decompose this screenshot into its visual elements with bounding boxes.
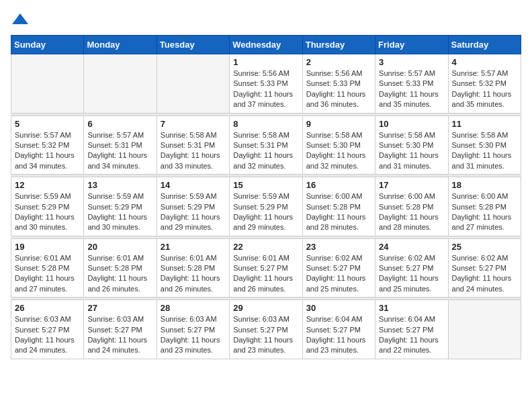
day-number: 19 xyxy=(15,242,80,252)
calendar-week-row: 19Sunrise: 6:01 AMSunset: 5:28 PMDayligh… xyxy=(11,238,521,298)
svg-marker-0 xyxy=(12,13,28,24)
calendar-week-row: 26Sunrise: 6:03 AMSunset: 5:27 PMDayligh… xyxy=(11,300,521,359)
calendar-week-row: 5Sunrise: 5:57 AMSunset: 5:32 PMDaylight… xyxy=(11,116,521,175)
day-info: Sunrise: 6:02 AMSunset: 5:27 PMDaylight:… xyxy=(379,253,444,295)
day-info: Sunrise: 5:56 AMSunset: 5:33 PMDaylight:… xyxy=(233,68,298,110)
day-info: Sunrise: 6:01 AMSunset: 5:28 PMDaylight:… xyxy=(161,253,226,295)
calendar-cell xyxy=(448,300,521,359)
day-info: Sunrise: 5:58 AMSunset: 5:30 PMDaylight:… xyxy=(452,130,517,172)
day-info: Sunrise: 6:01 AMSunset: 5:28 PMDaylight:… xyxy=(87,253,152,295)
calendar-week-row: 12Sunrise: 5:59 AMSunset: 5:29 PMDayligh… xyxy=(11,177,521,236)
calendar-cell: 6Sunrise: 5:57 AMSunset: 5:31 PMDaylight… xyxy=(84,116,157,175)
day-info: Sunrise: 5:58 AMSunset: 5:30 PMDaylight:… xyxy=(379,130,444,172)
day-number: 20 xyxy=(87,242,152,252)
calendar-cell: 28Sunrise: 6:03 AMSunset: 5:27 PMDayligh… xyxy=(157,300,229,359)
day-number: 31 xyxy=(379,303,444,313)
calendar-cell: 22Sunrise: 6:01 AMSunset: 5:27 PMDayligh… xyxy=(230,238,302,298)
day-number: 5 xyxy=(15,119,80,129)
calendar-cell xyxy=(84,54,157,113)
calendar-cell xyxy=(11,54,84,113)
calendar-day-header: Friday xyxy=(375,36,448,54)
calendar-cell: 29Sunrise: 6:03 AMSunset: 5:27 PMDayligh… xyxy=(230,300,302,359)
day-number: 11 xyxy=(452,119,517,129)
calendar-cell: 2Sunrise: 5:56 AMSunset: 5:33 PMDaylight… xyxy=(302,54,375,113)
calendar-table: SundayMondayTuesdayWednesdayThursdayFrid… xyxy=(11,35,521,359)
day-info: Sunrise: 5:59 AMSunset: 5:29 PMDaylight:… xyxy=(87,191,152,233)
day-info: Sunrise: 5:58 AMSunset: 5:31 PMDaylight:… xyxy=(233,130,298,172)
calendar-cell: 20Sunrise: 6:01 AMSunset: 5:28 PMDayligh… xyxy=(84,238,157,298)
day-number: 28 xyxy=(161,303,226,313)
page-header xyxy=(11,11,521,30)
day-number: 7 xyxy=(161,119,226,129)
day-info: Sunrise: 5:59 AMSunset: 5:29 PMDaylight:… xyxy=(15,191,80,233)
calendar-cell: 1Sunrise: 5:56 AMSunset: 5:33 PMDaylight… xyxy=(230,54,302,113)
day-info: Sunrise: 6:03 AMSunset: 5:27 PMDaylight:… xyxy=(233,314,298,356)
logo-icon xyxy=(11,11,30,30)
day-info: Sunrise: 6:03 AMSunset: 5:27 PMDaylight:… xyxy=(15,314,80,356)
calendar-cell: 13Sunrise: 5:59 AMSunset: 5:29 PMDayligh… xyxy=(84,177,157,236)
day-number: 13 xyxy=(87,180,152,190)
day-number: 29 xyxy=(233,303,298,313)
calendar-day-header: Wednesday xyxy=(230,36,302,54)
day-info: Sunrise: 6:04 AMSunset: 5:27 PMDaylight:… xyxy=(306,314,371,356)
day-info: Sunrise: 6:02 AMSunset: 5:27 PMDaylight:… xyxy=(452,253,517,295)
day-info: Sunrise: 5:59 AMSunset: 5:29 PMDaylight:… xyxy=(233,191,298,233)
day-number: 6 xyxy=(87,119,152,129)
day-number: 25 xyxy=(452,242,517,252)
day-number: 12 xyxy=(15,180,80,190)
day-info: Sunrise: 5:58 AMSunset: 5:31 PMDaylight:… xyxy=(161,130,226,172)
calendar-cell: 26Sunrise: 6:03 AMSunset: 5:27 PMDayligh… xyxy=(11,300,84,359)
calendar-day-header: Saturday xyxy=(448,36,521,54)
day-number: 2 xyxy=(306,57,371,67)
calendar-cell: 30Sunrise: 6:04 AMSunset: 5:27 PMDayligh… xyxy=(302,300,375,359)
day-number: 1 xyxy=(233,57,298,67)
calendar-cell: 16Sunrise: 6:00 AMSunset: 5:28 PMDayligh… xyxy=(302,177,375,236)
day-number: 15 xyxy=(233,180,298,190)
day-info: Sunrise: 6:01 AMSunset: 5:28 PMDaylight:… xyxy=(15,253,80,295)
calendar-cell: 24Sunrise: 6:02 AMSunset: 5:27 PMDayligh… xyxy=(375,238,448,298)
calendar-cell: 12Sunrise: 5:59 AMSunset: 5:29 PMDayligh… xyxy=(11,177,84,236)
day-info: Sunrise: 6:00 AMSunset: 5:28 PMDaylight:… xyxy=(306,191,371,233)
calendar-cell: 21Sunrise: 6:01 AMSunset: 5:28 PMDayligh… xyxy=(157,238,229,298)
day-number: 23 xyxy=(306,242,371,252)
calendar-cell: 9Sunrise: 5:58 AMSunset: 5:30 PMDaylight… xyxy=(302,116,375,175)
day-info: Sunrise: 5:56 AMSunset: 5:33 PMDaylight:… xyxy=(306,68,371,110)
calendar-cell: 17Sunrise: 6:00 AMSunset: 5:28 PMDayligh… xyxy=(375,177,448,236)
day-info: Sunrise: 5:59 AMSunset: 5:29 PMDaylight:… xyxy=(161,191,226,233)
calendar-day-header: Monday xyxy=(84,36,157,54)
day-number: 27 xyxy=(87,303,152,313)
day-number: 8 xyxy=(233,119,298,129)
day-number: 3 xyxy=(379,57,444,67)
calendar-day-header: Sunday xyxy=(11,36,84,54)
calendar-day-header: Thursday xyxy=(302,36,375,54)
calendar-cell: 19Sunrise: 6:01 AMSunset: 5:28 PMDayligh… xyxy=(11,238,84,298)
calendar-cell xyxy=(157,54,229,113)
day-number: 24 xyxy=(379,242,444,252)
day-info: Sunrise: 6:03 AMSunset: 5:27 PMDaylight:… xyxy=(87,314,152,356)
calendar-cell: 7Sunrise: 5:58 AMSunset: 5:31 PMDaylight… xyxy=(157,116,229,175)
calendar-cell: 14Sunrise: 5:59 AMSunset: 5:29 PMDayligh… xyxy=(157,177,229,236)
day-number: 30 xyxy=(306,303,371,313)
calendar-cell: 5Sunrise: 5:57 AMSunset: 5:32 PMDaylight… xyxy=(11,116,84,175)
day-number: 18 xyxy=(452,180,517,190)
day-info: Sunrise: 5:57 AMSunset: 5:32 PMDaylight:… xyxy=(15,130,80,172)
day-info: Sunrise: 6:04 AMSunset: 5:27 PMDaylight:… xyxy=(379,314,444,356)
day-number: 16 xyxy=(306,180,371,190)
calendar-cell: 25Sunrise: 6:02 AMSunset: 5:27 PMDayligh… xyxy=(448,238,521,298)
calendar-cell: 18Sunrise: 6:00 AMSunset: 5:28 PMDayligh… xyxy=(448,177,521,236)
day-info: Sunrise: 5:58 AMSunset: 5:30 PMDaylight:… xyxy=(306,130,371,172)
day-info: Sunrise: 6:02 AMSunset: 5:27 PMDaylight:… xyxy=(306,253,371,295)
calendar-cell: 4Sunrise: 5:57 AMSunset: 5:32 PMDaylight… xyxy=(448,54,521,113)
day-info: Sunrise: 6:00 AMSunset: 5:28 PMDaylight:… xyxy=(379,191,444,233)
day-info: Sunrise: 5:57 AMSunset: 5:32 PMDaylight:… xyxy=(452,68,517,110)
calendar-cell: 11Sunrise: 5:58 AMSunset: 5:30 PMDayligh… xyxy=(448,116,521,175)
calendar-cell: 3Sunrise: 5:57 AMSunset: 5:33 PMDaylight… xyxy=(375,54,448,113)
day-number: 22 xyxy=(233,242,298,252)
day-number: 10 xyxy=(379,119,444,129)
day-info: Sunrise: 5:57 AMSunset: 5:33 PMDaylight:… xyxy=(379,68,444,110)
day-number: 26 xyxy=(15,303,80,313)
calendar-cell: 23Sunrise: 6:02 AMSunset: 5:27 PMDayligh… xyxy=(302,238,375,298)
day-number: 21 xyxy=(161,242,226,252)
logo xyxy=(11,11,32,30)
day-number: 17 xyxy=(379,180,444,190)
